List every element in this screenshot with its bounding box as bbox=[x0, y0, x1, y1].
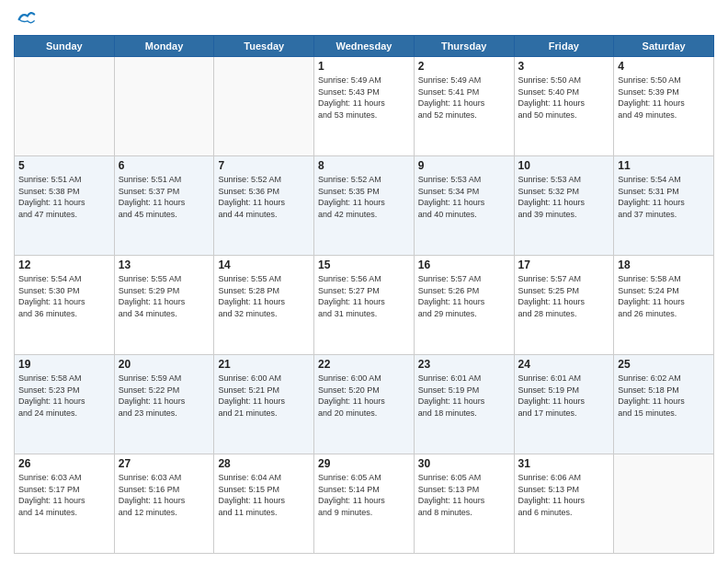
day-number: 20 bbox=[119, 358, 210, 371]
weekday-tuesday: Tuesday bbox=[214, 36, 314, 57]
day-info: Sunrise: 5:55 AM Sunset: 5:28 PM Dayligh… bbox=[218, 273, 310, 319]
calendar-cell: 1Sunrise: 5:49 AM Sunset: 5:43 PM Daylig… bbox=[314, 57, 415, 156]
day-number: 22 bbox=[318, 358, 410, 371]
page: SundayMondayTuesdayWednesdayThursdayFrid… bbox=[0, 0, 728, 563]
calendar-cell bbox=[614, 454, 714, 554]
calendar-cell: 24Sunrise: 6:01 AM Sunset: 5:19 PM Dayli… bbox=[514, 355, 614, 454]
day-info: Sunrise: 6:02 AM Sunset: 5:18 PM Dayligh… bbox=[618, 373, 710, 419]
calendar-cell: 27Sunrise: 6:03 AM Sunset: 5:16 PM Dayli… bbox=[114, 454, 214, 554]
day-info: Sunrise: 5:49 AM Sunset: 5:41 PM Dayligh… bbox=[418, 75, 510, 121]
calendar-cell: 30Sunrise: 6:05 AM Sunset: 5:13 PM Dayli… bbox=[414, 454, 514, 554]
calendar-cell: 18Sunrise: 5:58 AM Sunset: 5:24 PM Dayli… bbox=[614, 256, 714, 355]
weekday-thursday: Thursday bbox=[414, 36, 514, 57]
calendar-cell: 8Sunrise: 5:52 AM Sunset: 5:35 PM Daylig… bbox=[314, 156, 415, 256]
day-number: 31 bbox=[518, 457, 610, 470]
day-number: 6 bbox=[119, 159, 210, 172]
day-number: 25 bbox=[618, 358, 710, 371]
day-number: 21 bbox=[218, 358, 310, 371]
calendar-cell: 19Sunrise: 5:58 AM Sunset: 5:23 PM Dayli… bbox=[15, 355, 115, 454]
day-info: Sunrise: 5:50 AM Sunset: 5:40 PM Dayligh… bbox=[518, 75, 610, 121]
day-info: Sunrise: 6:01 AM Sunset: 5:19 PM Dayligh… bbox=[418, 373, 510, 419]
day-number: 1 bbox=[318, 60, 410, 73]
day-info: Sunrise: 6:00 AM Sunset: 5:20 PM Dayligh… bbox=[318, 373, 410, 419]
day-number: 18 bbox=[618, 259, 710, 271]
weekday-sunday: Sunday bbox=[15, 36, 115, 57]
calendar-cell: 22Sunrise: 6:00 AM Sunset: 5:20 PM Dayli… bbox=[314, 355, 415, 454]
weekday-header-row: SundayMondayTuesdayWednesdayThursdayFrid… bbox=[15, 36, 714, 57]
day-info: Sunrise: 5:52 AM Sunset: 5:35 PM Dayligh… bbox=[318, 174, 410, 220]
day-number: 16 bbox=[418, 259, 510, 271]
calendar-cell bbox=[114, 57, 214, 156]
day-number: 7 bbox=[218, 159, 310, 172]
day-info: Sunrise: 6:05 AM Sunset: 5:14 PM Dayligh… bbox=[318, 472, 410, 518]
day-number: 17 bbox=[518, 259, 610, 271]
day-number: 4 bbox=[618, 60, 710, 73]
day-info: Sunrise: 5:56 AM Sunset: 5:27 PM Dayligh… bbox=[318, 273, 410, 319]
calendar-cell: 25Sunrise: 6:02 AM Sunset: 5:18 PM Dayli… bbox=[614, 355, 714, 454]
day-number: 11 bbox=[618, 159, 710, 172]
day-info: Sunrise: 6:03 AM Sunset: 5:17 PM Dayligh… bbox=[18, 472, 110, 518]
day-info: Sunrise: 6:05 AM Sunset: 5:13 PM Dayligh… bbox=[418, 472, 510, 518]
day-info: Sunrise: 6:06 AM Sunset: 5:13 PM Dayligh… bbox=[518, 472, 610, 518]
day-number: 3 bbox=[518, 60, 610, 73]
calendar-cell: 20Sunrise: 5:59 AM Sunset: 5:22 PM Dayli… bbox=[114, 355, 214, 454]
day-number: 19 bbox=[18, 358, 110, 371]
day-info: Sunrise: 5:57 AM Sunset: 5:25 PM Dayligh… bbox=[518, 273, 610, 319]
calendar-cell: 14Sunrise: 5:55 AM Sunset: 5:28 PM Dayli… bbox=[214, 256, 314, 355]
calendar-cell: 29Sunrise: 6:05 AM Sunset: 5:14 PM Dayli… bbox=[314, 454, 415, 554]
calendar-cell: 5Sunrise: 5:51 AM Sunset: 5:38 PM Daylig… bbox=[15, 156, 115, 256]
day-info: Sunrise: 5:52 AM Sunset: 5:36 PM Dayligh… bbox=[218, 174, 310, 220]
calendar-cell: 13Sunrise: 5:55 AM Sunset: 5:29 PM Dayli… bbox=[114, 256, 214, 355]
day-info: Sunrise: 5:51 AM Sunset: 5:37 PM Dayligh… bbox=[119, 174, 210, 220]
day-info: Sunrise: 5:59 AM Sunset: 5:22 PM Dayligh… bbox=[119, 373, 210, 419]
calendar-cell bbox=[15, 57, 115, 156]
calendar-cell: 3Sunrise: 5:50 AM Sunset: 5:40 PM Daylig… bbox=[514, 57, 614, 156]
day-number: 10 bbox=[518, 159, 610, 172]
day-info: Sunrise: 5:58 AM Sunset: 5:23 PM Dayligh… bbox=[18, 373, 110, 419]
day-info: Sunrise: 5:51 AM Sunset: 5:38 PM Dayligh… bbox=[18, 174, 110, 220]
logo bbox=[14, 9, 36, 29]
day-info: Sunrise: 5:57 AM Sunset: 5:26 PM Dayligh… bbox=[418, 273, 510, 319]
day-number: 14 bbox=[218, 259, 310, 271]
header bbox=[14, 9, 714, 29]
day-info: Sunrise: 5:58 AM Sunset: 5:24 PM Dayligh… bbox=[618, 273, 710, 319]
day-number: 9 bbox=[418, 159, 510, 172]
week-row-4: 19Sunrise: 5:58 AM Sunset: 5:23 PM Dayli… bbox=[15, 355, 714, 454]
calendar-cell: 28Sunrise: 6:04 AM Sunset: 5:15 PM Dayli… bbox=[214, 454, 314, 554]
week-row-5: 26Sunrise: 6:03 AM Sunset: 5:17 PM Dayli… bbox=[15, 454, 714, 554]
day-info: Sunrise: 6:00 AM Sunset: 5:21 PM Dayligh… bbox=[218, 373, 310, 419]
day-number: 23 bbox=[418, 358, 510, 371]
day-number: 12 bbox=[18, 259, 110, 271]
weekday-saturday: Saturday bbox=[614, 36, 714, 57]
calendar-cell: 16Sunrise: 5:57 AM Sunset: 5:26 PM Dayli… bbox=[414, 256, 514, 355]
week-row-3: 12Sunrise: 5:54 AM Sunset: 5:30 PM Dayli… bbox=[15, 256, 714, 355]
calendar-cell: 4Sunrise: 5:50 AM Sunset: 5:39 PM Daylig… bbox=[614, 57, 714, 156]
weekday-friday: Friday bbox=[514, 36, 614, 57]
calendar-cell: 23Sunrise: 6:01 AM Sunset: 5:19 PM Dayli… bbox=[414, 355, 514, 454]
day-info: Sunrise: 5:54 AM Sunset: 5:30 PM Dayligh… bbox=[18, 273, 110, 319]
calendar-cell: 2Sunrise: 5:49 AM Sunset: 5:41 PM Daylig… bbox=[414, 57, 514, 156]
day-info: Sunrise: 6:03 AM Sunset: 5:16 PM Dayligh… bbox=[119, 472, 210, 518]
calendar-cell: 26Sunrise: 6:03 AM Sunset: 5:17 PM Dayli… bbox=[15, 454, 115, 554]
calendar-table: SundayMondayTuesdayWednesdayThursdayFrid… bbox=[14, 35, 714, 554]
day-info: Sunrise: 5:49 AM Sunset: 5:43 PM Dayligh… bbox=[318, 75, 410, 121]
day-number: 8 bbox=[318, 159, 410, 172]
day-number: 13 bbox=[119, 259, 210, 271]
weekday-wednesday: Wednesday bbox=[314, 36, 415, 57]
day-info: Sunrise: 6:01 AM Sunset: 5:19 PM Dayligh… bbox=[518, 373, 610, 419]
logo-icon bbox=[16, 9, 36, 29]
day-info: Sunrise: 5:54 AM Sunset: 5:31 PM Dayligh… bbox=[618, 174, 710, 220]
day-number: 29 bbox=[318, 457, 410, 470]
calendar-cell: 17Sunrise: 5:57 AM Sunset: 5:25 PM Dayli… bbox=[514, 256, 614, 355]
calendar-cell bbox=[214, 57, 314, 156]
day-number: 27 bbox=[119, 457, 210, 470]
day-info: Sunrise: 5:50 AM Sunset: 5:39 PM Dayligh… bbox=[618, 75, 710, 121]
calendar-cell: 15Sunrise: 5:56 AM Sunset: 5:27 PM Dayli… bbox=[314, 256, 415, 355]
day-info: Sunrise: 5:53 AM Sunset: 5:34 PM Dayligh… bbox=[418, 174, 510, 220]
day-number: 26 bbox=[18, 457, 110, 470]
week-row-2: 5Sunrise: 5:51 AM Sunset: 5:38 PM Daylig… bbox=[15, 156, 714, 256]
day-number: 2 bbox=[418, 60, 510, 73]
day-number: 15 bbox=[318, 259, 410, 271]
day-number: 30 bbox=[418, 457, 510, 470]
day-info: Sunrise: 6:04 AM Sunset: 5:15 PM Dayligh… bbox=[218, 472, 310, 518]
